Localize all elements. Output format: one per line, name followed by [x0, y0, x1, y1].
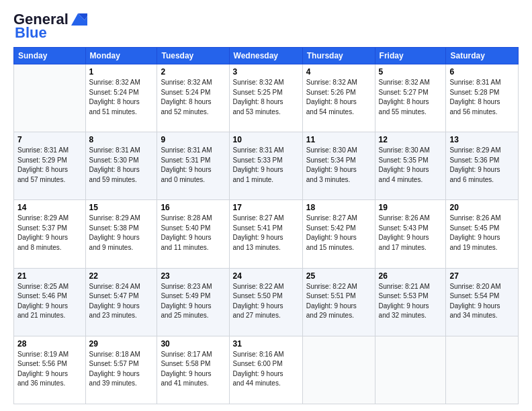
- calendar-cell: 23Sunrise: 8:23 AM Sunset: 5:49 PM Dayli…: [157, 268, 229, 336]
- calendar-cell: 28Sunrise: 8:19 AM Sunset: 5:56 PM Dayli…: [14, 336, 86, 404]
- day-number: 15: [89, 203, 154, 212]
- day-info: Sunrise: 8:31 AM Sunset: 5:30 PM Dayligh…: [89, 146, 154, 185]
- calendar-cell: 12Sunrise: 8:30 AM Sunset: 5:35 PM Dayli…: [375, 132, 446, 200]
- calendar-cell: 29Sunrise: 8:18 AM Sunset: 5:57 PM Dayli…: [85, 336, 157, 404]
- day-number: 31: [233, 339, 299, 349]
- calendar-cell: 26Sunrise: 8:21 AM Sunset: 5:53 PM Dayli…: [375, 268, 446, 336]
- calendar-cell: 10Sunrise: 8:31 AM Sunset: 5:33 PM Dayli…: [229, 132, 302, 200]
- calendar-table: SundayMondayTuesdayWednesdayThursdayFrid…: [13, 47, 519, 404]
- day-info: Sunrise: 8:25 AM Sunset: 5:46 PM Dayligh…: [17, 282, 82, 321]
- calendar-cell: 21Sunrise: 8:25 AM Sunset: 5:46 PM Dayli…: [14, 268, 86, 336]
- calendar-cell: 30Sunrise: 8:17 AM Sunset: 5:58 PM Dayli…: [157, 336, 229, 404]
- day-number: 8: [89, 135, 154, 144]
- day-number: 10: [233, 135, 299, 144]
- calendar-cell: 2Sunrise: 8:32 AM Sunset: 5:24 PM Daylig…: [157, 64, 229, 132]
- day-number: 1: [89, 67, 154, 77]
- day-info: Sunrise: 8:32 AM Sunset: 5:24 PM Dayligh…: [89, 78, 154, 117]
- day-info: Sunrise: 8:22 AM Sunset: 5:51 PM Dayligh…: [306, 282, 371, 321]
- day-number: 23: [161, 271, 225, 281]
- day-info: Sunrise: 8:32 AM Sunset: 5:25 PM Dayligh…: [233, 78, 299, 117]
- day-number: 29: [89, 339, 154, 349]
- calendar-cell: 14Sunrise: 8:29 AM Sunset: 5:37 PM Dayli…: [14, 200, 86, 268]
- page: General Blue SundayMondayTuesdayWednesda…: [0, 0, 532, 411]
- calendar-cell: 20Sunrise: 8:26 AM Sunset: 5:45 PM Dayli…: [446, 200, 519, 268]
- day-info: Sunrise: 8:29 AM Sunset: 5:36 PM Dayligh…: [449, 146, 515, 185]
- day-info: Sunrise: 8:24 AM Sunset: 5:47 PM Dayligh…: [89, 282, 154, 321]
- calendar-cell: [302, 336, 375, 404]
- day-info: Sunrise: 8:28 AM Sunset: 5:40 PM Dayligh…: [161, 214, 225, 253]
- day-info: Sunrise: 8:26 AM Sunset: 5:45 PM Dayligh…: [449, 214, 515, 253]
- calendar-cell: [375, 336, 446, 404]
- day-info: Sunrise: 8:32 AM Sunset: 5:26 PM Dayligh…: [306, 78, 371, 117]
- calendar-cell: [446, 336, 519, 404]
- calendar-cell: 25Sunrise: 8:22 AM Sunset: 5:51 PM Dayli…: [302, 268, 375, 336]
- weekday-header: Friday: [375, 48, 446, 64]
- day-number: 5: [379, 67, 443, 77]
- day-number: 7: [17, 135, 82, 144]
- calendar-cell: 4Sunrise: 8:32 AM Sunset: 5:26 PM Daylig…: [302, 64, 375, 132]
- day-number: 11: [306, 135, 371, 144]
- day-info: Sunrise: 8:32 AM Sunset: 5:24 PM Dayligh…: [161, 78, 225, 117]
- day-number: 12: [379, 135, 443, 144]
- calendar-cell: 6Sunrise: 8:31 AM Sunset: 5:28 PM Daylig…: [446, 64, 519, 132]
- day-info: Sunrise: 8:30 AM Sunset: 5:34 PM Dayligh…: [306, 146, 371, 185]
- calendar-cell: 16Sunrise: 8:28 AM Sunset: 5:40 PM Dayli…: [157, 200, 229, 268]
- calendar-cell: 13Sunrise: 8:29 AM Sunset: 5:36 PM Dayli…: [446, 132, 519, 200]
- day-info: Sunrise: 8:29 AM Sunset: 5:37 PM Dayligh…: [17, 214, 82, 253]
- day-number: 28: [17, 339, 82, 349]
- calendar-cell: 19Sunrise: 8:26 AM Sunset: 5:43 PM Dayli…: [375, 200, 446, 268]
- calendar-cell: 17Sunrise: 8:27 AM Sunset: 5:41 PM Dayli…: [229, 200, 302, 268]
- day-number: 6: [449, 67, 515, 77]
- day-number: 26: [379, 271, 443, 281]
- calendar-cell: 1Sunrise: 8:32 AM Sunset: 5:24 PM Daylig…: [85, 64, 157, 132]
- day-info: Sunrise: 8:21 AM Sunset: 5:53 PM Dayligh…: [379, 282, 443, 321]
- day-info: Sunrise: 8:30 AM Sunset: 5:35 PM Dayligh…: [379, 146, 443, 185]
- day-info: Sunrise: 8:19 AM Sunset: 5:56 PM Dayligh…: [17, 350, 82, 389]
- day-number: 30: [161, 339, 225, 349]
- weekday-header: Saturday: [446, 48, 519, 64]
- day-number: 18: [306, 203, 371, 212]
- logo: General Blue: [13, 11, 87, 42]
- day-number: 17: [233, 203, 299, 212]
- calendar-cell: 27Sunrise: 8:20 AM Sunset: 5:54 PM Dayli…: [446, 268, 519, 336]
- day-info: Sunrise: 8:27 AM Sunset: 5:41 PM Dayligh…: [233, 214, 299, 253]
- day-info: Sunrise: 8:31 AM Sunset: 5:28 PM Dayligh…: [449, 78, 515, 117]
- weekday-header: Wednesday: [229, 48, 302, 64]
- calendar-cell: 31Sunrise: 8:16 AM Sunset: 6:00 PM Dayli…: [229, 336, 302, 404]
- weekday-header: Monday: [85, 48, 157, 64]
- day-number: 4: [306, 67, 371, 77]
- logo-icon: [69, 11, 87, 28]
- day-number: 27: [449, 271, 515, 281]
- day-info: Sunrise: 8:22 AM Sunset: 5:50 PM Dayligh…: [233, 282, 299, 321]
- header: General Blue: [13, 11, 519, 42]
- calendar-cell: 24Sunrise: 8:22 AM Sunset: 5:50 PM Dayli…: [229, 268, 302, 336]
- day-number: 16: [161, 203, 225, 212]
- day-number: 13: [449, 135, 515, 144]
- day-info: Sunrise: 8:31 AM Sunset: 5:31 PM Dayligh…: [161, 146, 225, 185]
- day-number: 24: [233, 271, 299, 281]
- calendar-cell: 22Sunrise: 8:24 AM Sunset: 5:47 PM Dayli…: [85, 268, 157, 336]
- calendar-cell: 7Sunrise: 8:31 AM Sunset: 5:29 PM Daylig…: [14, 132, 86, 200]
- day-number: 25: [306, 271, 371, 281]
- calendar-cell: 5Sunrise: 8:32 AM Sunset: 5:27 PM Daylig…: [375, 64, 446, 132]
- day-info: Sunrise: 8:17 AM Sunset: 5:58 PM Dayligh…: [161, 350, 225, 389]
- day-number: 3: [233, 67, 299, 77]
- calendar-cell: 9Sunrise: 8:31 AM Sunset: 5:31 PM Daylig…: [157, 132, 229, 200]
- day-number: 14: [17, 203, 82, 212]
- day-number: 19: [379, 203, 443, 212]
- day-info: Sunrise: 8:29 AM Sunset: 5:38 PM Dayligh…: [89, 214, 154, 253]
- day-info: Sunrise: 8:16 AM Sunset: 6:00 PM Dayligh…: [233, 350, 299, 389]
- day-info: Sunrise: 8:26 AM Sunset: 5:43 PM Dayligh…: [379, 214, 443, 253]
- day-info: Sunrise: 8:31 AM Sunset: 5:29 PM Dayligh…: [17, 146, 82, 185]
- day-info: Sunrise: 8:23 AM Sunset: 5:49 PM Dayligh…: [161, 282, 225, 321]
- calendar-cell: 3Sunrise: 8:32 AM Sunset: 5:25 PM Daylig…: [229, 64, 302, 132]
- calendar-cell: 8Sunrise: 8:31 AM Sunset: 5:30 PM Daylig…: [85, 132, 157, 200]
- day-info: Sunrise: 8:27 AM Sunset: 5:42 PM Dayligh…: [306, 214, 371, 253]
- day-number: 22: [89, 271, 154, 281]
- day-number: 2: [161, 67, 225, 77]
- calendar-cell: [14, 64, 86, 132]
- weekday-header: Tuesday: [157, 48, 229, 64]
- day-number: 21: [17, 271, 82, 281]
- day-info: Sunrise: 8:31 AM Sunset: 5:33 PM Dayligh…: [233, 146, 299, 185]
- weekday-header: Thursday: [302, 48, 375, 64]
